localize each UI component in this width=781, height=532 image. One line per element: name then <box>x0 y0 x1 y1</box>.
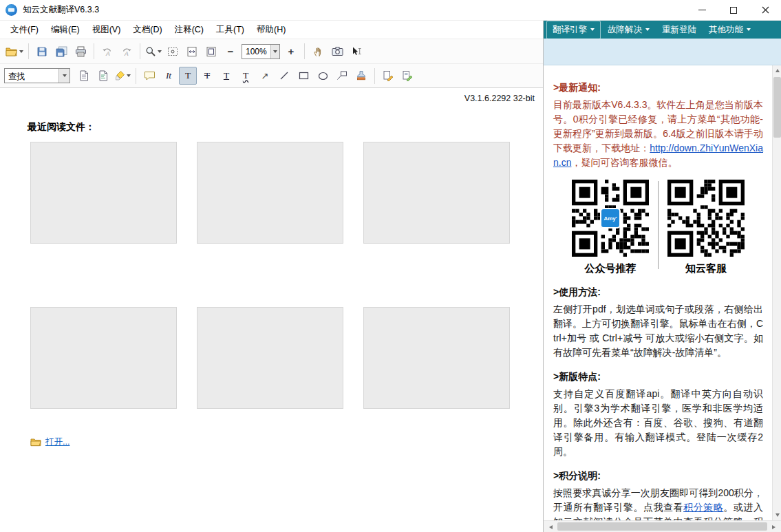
customer-service-qr-code <box>667 180 745 257</box>
fit-page-button[interactable] <box>202 43 220 61</box>
print-button[interactable] <box>72 43 89 61</box>
features-body: 支持自定义百度翻译api。翻译中英方向自动识别。引擎3为学术翻译引擎，医学和非医… <box>553 387 763 459</box>
tab-other-functions[interactable]: 其他功能 <box>703 21 756 39</box>
scroll-left-icon <box>549 525 553 529</box>
menu-tools[interactable]: 工具(T) <box>210 21 250 39</box>
usage-heading: >使用方法: <box>553 286 763 299</box>
minus-icon: − <box>228 46 234 56</box>
vertical-scrollbar[interactable] <box>772 65 781 520</box>
usage-body: 左侧打开pdf，划选单词或句子或段落，右侧给出翻译。上方可切换翻译引擎。鼠标单击… <box>553 302 763 360</box>
tab-label: 其他功能 <box>709 24 743 36</box>
open-file-link[interactable]: 打开... <box>45 436 69 448</box>
recent-files-row <box>30 142 510 244</box>
svg-text:A: A <box>105 50 110 57</box>
maximize-button[interactable] <box>718 0 749 21</box>
chevron-down-icon <box>127 74 131 77</box>
hand-tool-button[interactable] <box>309 43 327 61</box>
zoom-combo-dropdown[interactable] <box>270 45 279 58</box>
points-policy-link[interactable]: 积分策略 <box>683 502 723 513</box>
fit-width-icon <box>186 46 197 57</box>
highlight-text-button[interactable]: T <box>179 67 197 85</box>
menu-file[interactable]: 文件(F) <box>4 21 45 39</box>
marquee-zoom-button[interactable] <box>164 43 182 61</box>
zoom-in-button[interactable]: + <box>282 43 300 61</box>
save-button[interactable] <box>33 43 51 61</box>
vertical-scroll-thumb[interactable] <box>773 77 781 138</box>
points-heading: >积分说明: <box>553 470 763 482</box>
find-combo[interactable]: 查找 <box>4 68 70 83</box>
scroll-down-button[interactable] <box>773 510 781 520</box>
zoom-tool-button[interactable] <box>145 43 162 61</box>
marquee-zoom-icon <box>167 46 178 57</box>
qr-right-block: 知云客服 <box>667 180 745 275</box>
menu-document[interactable]: 文档(D) <box>127 21 168 39</box>
ellipse-annotation-button[interactable] <box>314 67 332 85</box>
manage-annotations-button[interactable] <box>398 67 416 85</box>
callout-icon <box>336 70 347 81</box>
line-icon <box>279 71 289 81</box>
horizontal-scrollbar[interactable] <box>544 520 781 532</box>
squiggly-text-button[interactable]: T <box>237 67 255 85</box>
line-annotation-button[interactable] <box>275 67 293 85</box>
tab-troubleshoot[interactable]: 故障解决 <box>602 21 655 39</box>
zoom-level-combo[interactable]: 100% <box>242 44 280 59</box>
notice-text: ，疑问可咨询客服微信。 <box>571 157 677 168</box>
select-tool-button[interactable] <box>347 43 365 61</box>
open-file-row: 打开... <box>30 436 69 448</box>
version-label: V3.1.6.2292 32-bit <box>464 94 535 103</box>
recent-file-slot <box>197 142 343 244</box>
tab-translation-engine[interactable]: 翻译引擎 <box>546 21 601 39</box>
document-region: 文件(F) 编辑(E) 视图(V) 文档(D) 注释(C) 工具(T) 帮助(H… <box>0 21 544 532</box>
strikeout-text-button[interactable]: T <box>198 67 216 85</box>
chevron-down-icon <box>747 28 751 31</box>
menu-comment[interactable]: 注释(C) <box>169 21 210 39</box>
open-button[interactable] <box>5 43 24 61</box>
copy-page-button[interactable] <box>94 67 112 85</box>
rotate-right-button: A <box>118 43 136 61</box>
hand-icon <box>312 46 323 57</box>
insert-text-button[interactable]: It <box>160 67 178 85</box>
rectangle-annotation-button[interactable] <box>295 67 312 85</box>
maximize-icon <box>730 7 737 14</box>
underline-text-button[interactable]: T <box>217 67 235 85</box>
zoom-out-button[interactable]: − <box>222 43 239 61</box>
fit-width-button[interactable] <box>183 43 201 61</box>
edit-annotation-button[interactable] <box>379 67 397 85</box>
highlight-pen-button[interactable] <box>114 67 131 85</box>
panel-input-strip <box>544 39 781 65</box>
stamp-button[interactable] <box>352 67 370 85</box>
scroll-left-button[interactable] <box>545 521 557 532</box>
scroll-up-icon <box>775 69 780 72</box>
fit-page-icon <box>206 46 217 57</box>
chevron-down-icon <box>19 50 23 53</box>
recent-files-heading: 最近阅读文件： <box>28 121 95 134</box>
select-cursor-icon <box>351 46 362 57</box>
find-combo-dropdown[interactable] <box>58 69 69 83</box>
horizontal-scroll-thumb[interactable] <box>557 522 767 531</box>
minimize-button[interactable] <box>686 0 718 21</box>
panel-menu-bar: 翻译引擎 故障解决 重新登陆 其他功能 <box>544 21 781 39</box>
menu-view[interactable]: 视图(V) <box>86 21 127 39</box>
save-as-button[interactable] <box>52 43 70 61</box>
arrow-annotation-button[interactable]: ↗ <box>256 67 274 85</box>
scroll-down-icon <box>775 513 780 517</box>
callout-annotation-button[interactable] <box>333 67 351 85</box>
snapshot-button[interactable] <box>328 43 346 61</box>
rectangle-icon <box>299 72 309 80</box>
close-icon <box>762 6 769 14</box>
toolbar-separator <box>374 68 375 84</box>
recent-file-slot <box>30 142 177 244</box>
menu-help[interactable]: 帮助(H) <box>250 21 292 39</box>
rotate-left-icon: A <box>102 46 113 57</box>
insert-text-icon: It <box>166 71 171 81</box>
qr-section: Amy' 公众号推荐 知云客服 <box>553 180 763 275</box>
scroll-up-button[interactable] <box>773 65 781 76</box>
tab-relogin[interactable]: 重新登陆 <box>656 21 702 39</box>
close-button[interactable] <box>749 0 781 21</box>
copy-text-button[interactable] <box>75 67 93 85</box>
strikeout-text-icon: T <box>204 71 210 81</box>
comment-button[interactable] <box>140 67 158 85</box>
magnifier-icon <box>145 46 156 57</box>
scroll-right-button[interactable] <box>768 521 780 532</box>
menu-edit[interactable]: 编辑(E) <box>45 21 86 39</box>
